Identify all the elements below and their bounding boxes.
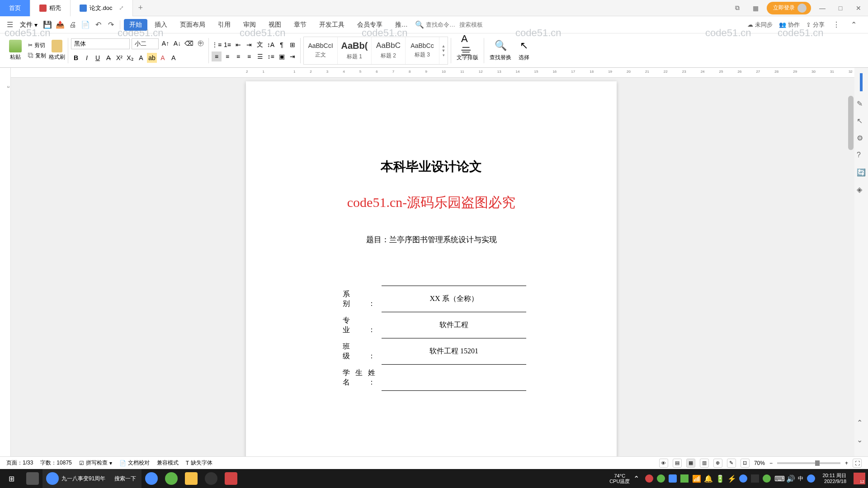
hamburger-icon[interactable]: ☰ <box>5 19 15 30</box>
tray-shield-icon[interactable] <box>680 474 689 483</box>
menu-tab-review[interactable]: 审阅 <box>238 19 261 31</box>
taskbar-ie[interactable]: 九一八事变91周年 <box>42 469 109 488</box>
taskbar-app1[interactable] <box>161 469 181 488</box>
tray-wifi-icon[interactable]: 📶 <box>692 474 700 483</box>
menu-tab-devtools[interactable]: 开发工具 <box>314 19 350 31</box>
sliders-icon[interactable]: ⚙ <box>857 134 866 143</box>
search-template-input[interactable] <box>459 21 495 28</box>
missing-font[interactable]: T缺失字体 <box>186 459 212 467</box>
tray-chevron-icon[interactable]: ⌃ <box>633 474 642 483</box>
page-canvas[interactable]: 本科毕业设计论文 code51.cn-源码乐园盗图必究 题目：兰亭序图书管理系统… <box>246 81 617 462</box>
format-brush-button[interactable]: 格式刷 <box>49 40 65 61</box>
cell-label[interactable]: 学生姓名： <box>336 365 382 391</box>
zoom-in-button[interactable]: + <box>845 460 848 466</box>
collab-button[interactable]: 👥协作 <box>779 21 800 29</box>
taskbar-app2[interactable] <box>201 469 221 488</box>
style-expand-icon[interactable]: ▾ <box>443 53 445 57</box>
menu-tab-more[interactable]: 推… <box>390 19 413 31</box>
doc-info-table[interactable]: 系 别：XX 系（全称） 专 业：软件工程 班 级：软件工程 15201 学生姓… <box>336 286 526 391</box>
taskbar-search[interactable]: 搜索一下 <box>109 469 142 488</box>
bullet-list-button[interactable]: ⋮≡ <box>212 40 222 50</box>
decrease-indent-button[interactable]: ⇤ <box>233 40 243 50</box>
zoom-out-button[interactable]: − <box>769 460 773 466</box>
align-center-button[interactable]: ≡ <box>222 52 232 61</box>
sync-status[interactable]: ☁未同步 <box>747 21 773 29</box>
cpu-temp[interactable]: 74°C CPU温度 <box>609 473 630 484</box>
menu-tab-start[interactable]: 开始 <box>124 19 147 31</box>
tab-doke[interactable]: 稻壳 <box>30 0 71 16</box>
save-icon[interactable]: 💾 <box>42 19 53 30</box>
cell-value[interactable] <box>382 365 526 391</box>
style-heading1[interactable]: AaBb(标题 1 <box>338 37 372 64</box>
bold-button[interactable]: B <box>71 53 81 63</box>
undo-icon[interactable]: ↶ <box>93 19 104 30</box>
menu-tab-references[interactable]: 引用 <box>212 19 236 31</box>
diamond-icon[interactable]: ◈ <box>857 185 866 194</box>
taskbar-explorer[interactable] <box>181 469 201 488</box>
scroll-up-icon[interactable]: ⌃ <box>857 418 866 427</box>
fullscreen-icon[interactable]: ⛶ <box>853 459 862 468</box>
help-icon[interactable]: ? <box>857 151 866 160</box>
outline-view-icon[interactable]: ▥ <box>700 459 709 468</box>
clock[interactable]: 20:11 周日 2022/9/18 <box>819 473 850 484</box>
pen-icon[interactable]: ✎ <box>857 99 866 108</box>
share-button[interactable]: ⇪分享 <box>806 21 825 29</box>
settings-icon[interactable]: ⋮ <box>831 19 842 30</box>
increase-font-icon[interactable]: A↑ <box>160 38 170 48</box>
close-button[interactable]: ✕ <box>852 1 865 15</box>
minimize-button[interactable]: — <box>816 1 829 15</box>
tray-bell-icon[interactable]: 🔔 <box>704 474 712 483</box>
cell-label[interactable]: 专 业： <box>336 312 382 338</box>
web-view-icon[interactable]: ⊕ <box>713 459 722 468</box>
tabs-button[interactable]: ⇥ <box>288 52 297 61</box>
print-view-icon[interactable]: ▦ <box>686 459 695 468</box>
apps-icon[interactable]: ▦ <box>749 1 762 15</box>
tray-app-icon[interactable] <box>763 474 771 483</box>
scroll-down-icon[interactable]: ⌄ <box>857 436 866 445</box>
strikethrough-button[interactable]: A̶ <box>104 53 113 63</box>
menu-tab-insert[interactable]: 插入 <box>149 19 173 31</box>
ime-indicator[interactable]: 中 <box>798 475 803 483</box>
tray-app-icon[interactable] <box>645 474 653 483</box>
copy-button[interactable]: ⿻复制 <box>26 51 48 61</box>
tab-document[interactable]: 论文.doc ⤢ <box>71 0 133 16</box>
tray-bluetooth-icon[interactable] <box>739 474 747 483</box>
scroll-thumb[interactable] <box>848 96 854 150</box>
increase-indent-button[interactable]: ⇥ <box>244 40 254 50</box>
maximize-button[interactable]: □ <box>834 1 847 15</box>
zoom-label[interactable]: 70% <box>754 460 765 466</box>
cell-value[interactable]: XX 系（全称） <box>382 286 526 312</box>
compat-mode[interactable]: 兼容模式 <box>157 459 179 467</box>
tray-app-icon[interactable] <box>751 474 759 483</box>
notification-button[interactable]: 12 <box>854 473 865 484</box>
translate-icon[interactable]: 🔄 <box>857 168 866 177</box>
draft-view-icon[interactable]: ✎ <box>727 459 736 468</box>
highlight-button[interactable]: ab <box>147 53 157 63</box>
find-replace-button[interactable]: 🔍查找替换 <box>487 39 514 61</box>
zoom-fit-icon[interactable]: ⊡ <box>741 459 750 468</box>
decrease-font-icon[interactable]: A↓ <box>172 38 182 48</box>
taskbar-edge[interactable] <box>142 469 161 488</box>
login-button[interactable]: 立即登录 <box>767 2 811 14</box>
document-area[interactable]: 2112345678910111213141516171819202122232… <box>11 68 854 462</box>
doc-subject[interactable]: 题目：兰亭序图书管理系统设计与实现 <box>282 235 580 245</box>
cell-label[interactable]: 系 别： <box>336 286 382 312</box>
cut-button[interactable]: ✂剪切 <box>26 41 48 50</box>
subscript-button[interactable]: X₂ <box>125 53 135 63</box>
tab-popout-icon[interactable]: ⤢ <box>119 5 123 11</box>
file-menu[interactable]: 文件▾ <box>17 21 40 29</box>
menu-tab-layout[interactable]: 页面布局 <box>175 19 211 31</box>
taskbar-cortana[interactable] <box>23 469 42 488</box>
paste-button[interactable]: 粘贴 <box>9 40 22 61</box>
style-scroll-up-icon[interactable]: ▲ <box>442 44 446 48</box>
tray-app-icon[interactable] <box>669 474 677 483</box>
collapse-ribbon-icon[interactable]: ⌃ <box>848 19 859 30</box>
cell-label[interactable]: 班 级： <box>336 338 382 365</box>
align-justify-button[interactable]: ≡ <box>244 52 254 61</box>
align-right-button[interactable]: ≡ <box>233 52 243 61</box>
search-command[interactable]: 🔍 <box>415 20 458 29</box>
select-button[interactable]: ↖选择 <box>515 39 533 61</box>
cell-value[interactable]: 软件工程 <box>382 312 526 338</box>
clear-format-icon[interactable]: ⌫ <box>184 38 194 48</box>
tray-power-icon[interactable]: ⚡ <box>727 474 736 483</box>
